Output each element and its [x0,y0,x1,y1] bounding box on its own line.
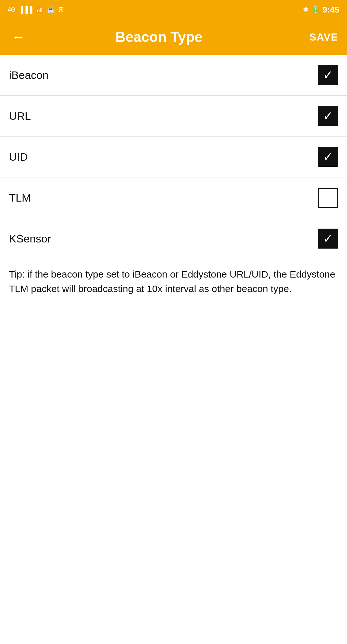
checkmark-icon-url: ✓ [323,110,333,122]
beacon-type-label-uid: UID [9,151,28,163]
checkbox-ibeacon[interactable]: ✓ [318,65,338,85]
time-display: 9:45 [323,5,339,15]
checkbox-url[interactable]: ✓ [318,106,338,126]
beacon-type-item-ksensor[interactable]: KSensor ✓ [0,218,347,259]
beacon-type-item-url[interactable]: URL ✓ [0,96,347,137]
tip-text: Tip: if the beacon type set to iBeacon o… [0,259,347,306]
checkbox-ksensor[interactable]: ✓ [318,229,338,249]
status-left-icons: 4G ▐▐▐ 📶 ☕ ⛨ [8,6,65,14]
beacon-type-item-ibeacon[interactable]: iBeacon ✓ [0,55,347,96]
checkbox-uid[interactable]: ✓ [318,147,338,167]
network-icon: 4G [8,6,15,13]
checkmark-icon-uid: ✓ [323,151,333,163]
shield-icon: ⛨ [58,6,65,14]
app-bar: ← Beacon Type SAVE [0,19,347,55]
bluetooth-icon: ✱ [303,5,309,14]
checkbox-tlm[interactable] [318,188,338,208]
beacon-type-item-tlm[interactable]: TLM [0,177,347,218]
battery-icon: 🔋 [311,5,320,14]
beacon-type-list: iBeacon ✓ URL ✓ UID ✓ TLM KSensor ✓ Tip:… [0,55,347,306]
status-right-icons: ✱ 🔋 9:45 [303,5,339,15]
usb-icon: ☕ [47,6,55,14]
beacon-type-label-ibeacon: iBeacon [9,69,49,81]
beacon-type-label-ksensor: KSensor [9,232,51,245]
wifi-icon: 📶 [36,6,44,14]
page-title: Beacon Type [8,29,309,45]
beacon-type-label-tlm: TLM [9,192,31,204]
checkmark-icon-ibeacon: ✓ [323,69,333,81]
save-button[interactable]: SAVE [309,31,338,43]
signal-bars-icon: ▐▐▐ [19,6,32,14]
checkmark-icon-ksensor: ✓ [323,232,333,245]
beacon-type-item-uid[interactable]: UID ✓ [0,137,347,177]
beacon-type-label-url: URL [9,110,31,122]
status-bar: 4G ▐▐▐ 📶 ☕ ⛨ ✱ 🔋 9:45 [0,0,347,19]
